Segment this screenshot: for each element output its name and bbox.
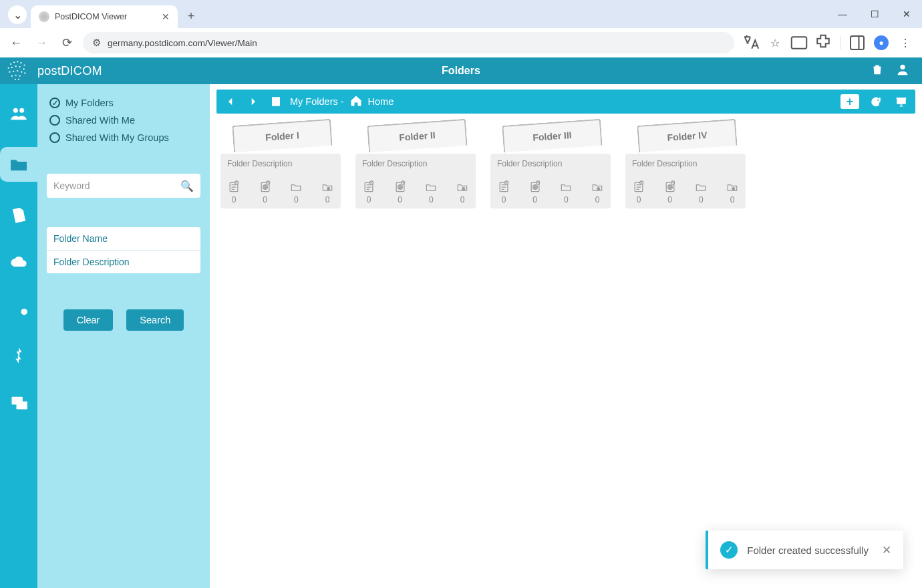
trash-icon[interactable] xyxy=(870,62,885,80)
tab-close-icon[interactable]: ✕ xyxy=(162,11,170,22)
folder-name: Folder II xyxy=(399,130,436,143)
svg-point-13 xyxy=(9,71,10,73)
folder-card[interactable]: Folder I Folder Description 0000 xyxy=(220,124,341,208)
user-icon[interactable] xyxy=(895,62,910,80)
browser-tab[interactable]: PostDICOM Viewer ✕ xyxy=(31,5,178,28)
browser-chrome: ⌄ PostDICOM Viewer ✕ + — ☐ ✕ ← → ⟳ ⚙ ger… xyxy=(0,0,922,57)
radio-unchecked-icon xyxy=(49,132,60,143)
svg-point-20 xyxy=(19,76,21,77)
rail-patients[interactable] xyxy=(5,100,32,127)
folder-card[interactable]: Folder II Folder Description 0000 xyxy=(355,124,476,208)
svg-point-23 xyxy=(900,65,905,69)
folder-name: Folder I xyxy=(265,130,300,142)
svg-point-9 xyxy=(11,67,13,68)
nav-back-button[interactable] xyxy=(222,93,239,110)
keyword-input[interactable] xyxy=(53,180,180,191)
keyword-search[interactable]: 🔍 xyxy=(47,174,200,198)
folder-stat: 0 xyxy=(289,180,303,204)
rail-share[interactable] xyxy=(5,389,32,416)
rail-worklist[interactable] xyxy=(5,295,32,322)
sidepanel-icon[interactable] xyxy=(847,33,867,53)
clear-button[interactable]: Clear xyxy=(63,309,114,331)
folder-card[interactable]: Folder IV Folder Description 0000 xyxy=(625,124,746,208)
folder-grid: Folder I Folder Description 0000 Folder … xyxy=(216,114,915,219)
bookmark-icon[interactable]: ☆ xyxy=(765,33,785,53)
new-tab-button[interactable]: + xyxy=(182,7,200,25)
svg-point-6 xyxy=(20,62,21,63)
address-bar[interactable]: ⚙ germany.postdicom.com/Viewer/Main xyxy=(83,32,734,53)
add-folder-button[interactable]: + xyxy=(840,94,859,109)
toast-close-icon[interactable]: ✕ xyxy=(882,543,891,557)
main-content: My Folders - Home + Folder I Folder Desc… xyxy=(210,84,922,588)
svg-point-15 xyxy=(17,70,18,71)
svg-point-18 xyxy=(11,76,13,77)
sort-icon[interactable] xyxy=(844,62,859,80)
folder-description-input[interactable] xyxy=(47,251,200,273)
rail-folders[interactable] xyxy=(0,147,37,182)
svg-point-8 xyxy=(8,67,9,69)
favicon-icon xyxy=(39,11,49,22)
folder-name: Folder IV xyxy=(667,130,708,143)
breadcrumb-toolbar: My Folders - Home + xyxy=(216,90,915,114)
refresh-button[interactable] xyxy=(867,93,885,110)
folder-stat: 0 xyxy=(559,180,573,204)
svg-point-12 xyxy=(23,68,25,69)
back-button[interactable]: ← xyxy=(7,33,25,52)
side-panel: My Folders Shared With Me Shared With My… xyxy=(37,84,210,588)
folder-stat: 0 xyxy=(663,180,677,204)
folder-description: Folder Description xyxy=(362,159,469,168)
search-button[interactable]: Search xyxy=(126,309,184,331)
radio-shared-with-groups[interactable]: Shared With My Groups xyxy=(49,132,200,143)
folder-name-input[interactable] xyxy=(47,227,200,251)
app-header: postDICOM Folders xyxy=(0,57,922,84)
tab-search-icon[interactable]: ⌄ xyxy=(8,5,27,24)
maximize-icon[interactable]: ☐ xyxy=(859,0,890,28)
folder-card[interactable]: Folder III Folder Description 0000 xyxy=(490,124,611,208)
folder-stat: 0 xyxy=(456,180,469,204)
menu-icon[interactable]: ⋮ xyxy=(895,33,915,53)
rail-upload[interactable] xyxy=(5,249,32,275)
nav-up-button[interactable] xyxy=(267,93,285,110)
profile-icon[interactable]: ● xyxy=(871,33,891,53)
rail-sync[interactable] xyxy=(5,342,32,369)
cast-icon[interactable] xyxy=(789,33,809,53)
translate-icon[interactable] xyxy=(741,33,761,53)
home-icon[interactable] xyxy=(349,94,363,110)
svg-point-25 xyxy=(19,108,24,113)
svg-point-5 xyxy=(17,61,18,62)
presentation-button[interactable] xyxy=(893,93,910,110)
svg-rect-0 xyxy=(792,37,807,49)
tab-title: PostDICOM Viewer xyxy=(55,12,127,21)
nav-forward-button[interactable] xyxy=(245,93,262,110)
reload-button[interactable]: ⟳ xyxy=(57,33,76,52)
folder-stat: 0 xyxy=(394,180,407,204)
brand-logo-icon xyxy=(0,57,37,84)
rail-reports[interactable] xyxy=(5,202,32,229)
radio-checked-icon xyxy=(49,98,60,108)
svg-point-26 xyxy=(21,309,27,315)
svg-point-22 xyxy=(18,79,19,80)
svg-point-3 xyxy=(10,63,11,65)
svg-point-17 xyxy=(24,72,25,74)
folder-scope-radio-group: My Folders Shared With Me Shared With My… xyxy=(47,98,200,143)
close-window-icon[interactable]: ✕ xyxy=(891,0,922,28)
folder-stat: 0 xyxy=(362,180,375,204)
radio-shared-with-me[interactable]: Shared With Me xyxy=(49,115,200,126)
svg-point-4 xyxy=(13,61,15,63)
svg-point-10 xyxy=(15,65,17,67)
folder-description: Folder Description xyxy=(497,159,604,168)
search-icon[interactable]: 🔍 xyxy=(180,180,194,192)
folder-stat: 0 xyxy=(321,180,334,204)
minimize-icon[interactable]: — xyxy=(827,0,858,28)
radio-my-folders[interactable]: My Folders xyxy=(49,98,200,108)
tab-strip: ⌄ PostDICOM Viewer ✕ + — ☐ ✕ xyxy=(0,0,922,28)
folder-stat: 0 xyxy=(227,180,241,204)
forward-button[interactable]: → xyxy=(32,33,51,52)
extensions-icon[interactable] xyxy=(813,33,833,53)
site-info-icon[interactable]: ⚙ xyxy=(92,37,101,49)
nav-rail xyxy=(0,84,37,588)
breadcrumb-home[interactable]: Home xyxy=(368,96,394,107)
folder-stat: 0 xyxy=(528,180,542,204)
folder-stat: 0 xyxy=(591,180,604,204)
check-icon: ✓ xyxy=(720,541,738,559)
